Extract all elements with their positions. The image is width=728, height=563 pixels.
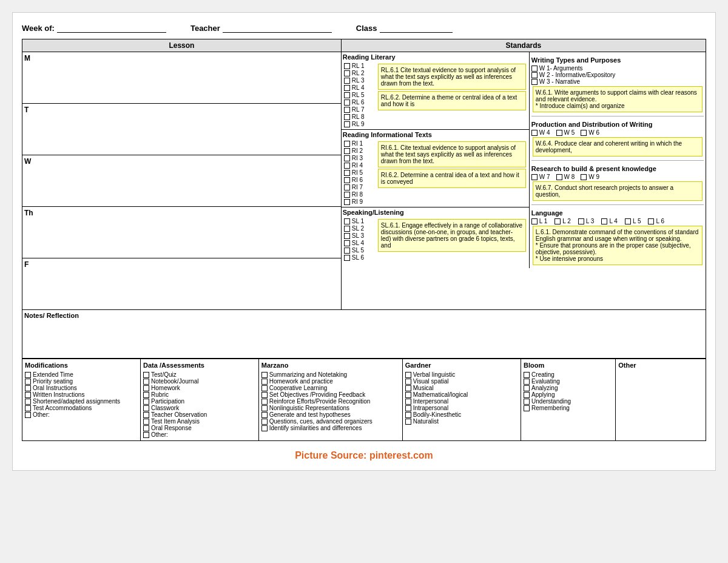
da-to-cb[interactable] <box>143 412 149 418</box>
rl3-item: RL 3 <box>344 77 375 84</box>
w5-cb[interactable] <box>556 130 562 136</box>
sl5-cb[interactable] <box>344 248 350 254</box>
mz-nl-cb[interactable] <box>261 405 268 411</box>
w2-cb[interactable] <box>531 72 538 78</box>
w9-cb[interactable] <box>581 174 587 180</box>
sl6-cb[interactable] <box>344 255 350 261</box>
rl8-item: RL 8 <box>344 113 375 120</box>
sl1-cb[interactable] <box>344 218 350 224</box>
rl1-cb[interactable] <box>344 63 350 69</box>
ri2-cb[interactable] <box>344 148 350 154</box>
ri9-cb[interactable] <box>344 199 350 205</box>
mz-gh-cb[interactable] <box>261 412 268 418</box>
w3-cb[interactable] <box>531 79 538 85</box>
sl3-cb[interactable] <box>344 233 350 239</box>
rl-checkboxes: RL 1 RL 2 RL 3 RL 4 RL 5 RL 6 RL 7 RL 8 <box>343 62 376 128</box>
rl2-cb[interactable] <box>344 70 350 76</box>
sl1-item: SL 1 <box>344 218 375 224</box>
mod-wi-label: Written Instructions <box>33 391 84 398</box>
mz-is-cb[interactable] <box>261 425 268 431</box>
gd-na-cb[interactable] <box>405 419 411 425</box>
teacher-field: Teacher <box>190 22 332 33</box>
ri8-cb[interactable] <box>344 192 350 198</box>
da-tia-cb[interactable] <box>143 419 149 425</box>
w8-cb[interactable] <box>556 174 562 180</box>
w1-cb[interactable] <box>531 66 538 72</box>
day-label-t: T <box>24 106 29 114</box>
da-cw-cb[interactable] <box>143 405 149 411</box>
ri6-cb[interactable] <box>344 177 350 183</box>
mz-sn-cb[interactable] <box>261 372 268 378</box>
rl9-cb[interactable] <box>344 121 350 127</box>
mz-qc-cb[interactable] <box>261 419 268 425</box>
gd-bk-cb[interactable] <box>405 412 411 418</box>
da-pa-cb[interactable] <box>143 399 149 405</box>
l2-cb[interactable] <box>554 218 561 224</box>
w6-cb[interactable] <box>581 130 587 136</box>
l3-cb[interactable] <box>578 218 584 224</box>
main-table: Lesson Standards M <box>22 39 706 359</box>
day-label-m: M <box>24 54 30 62</box>
gd-mu-label: Musical <box>413 385 434 391</box>
mod-wi-cb[interactable] <box>25 392 31 398</box>
rl8-cb[interactable] <box>344 114 350 120</box>
bl-ap-cb[interactable] <box>524 392 530 398</box>
mz-re: Reinforce Efforts/Provide Recognition <box>261 398 400 405</box>
bl-cr-cb[interactable] <box>524 372 530 378</box>
gd-ml-cb[interactable] <box>405 392 411 398</box>
ri1-cb[interactable] <box>344 141 350 147</box>
rl7-cb[interactable] <box>344 107 350 113</box>
da-tq-cb[interactable] <box>143 372 149 378</box>
mod-et-cb[interactable] <box>25 372 31 378</box>
production-checkboxes: W 4 W 5 W 6 <box>531 129 704 136</box>
mod-ta-cb[interactable] <box>25 405 31 411</box>
gd-vl-cb[interactable] <box>405 372 411 378</box>
sl2-cb[interactable] <box>344 226 350 232</box>
mz-re-cb[interactable] <box>261 399 268 405</box>
ri5-item: RI 5 <box>344 169 375 176</box>
class-input[interactable] <box>380 22 453 33</box>
bl-ev-cb[interactable] <box>524 379 530 385</box>
da-or-cb[interactable] <box>143 425 149 431</box>
mz-hp-cb[interactable] <box>261 379 268 385</box>
bl-re-cb[interactable] <box>524 405 530 411</box>
sl6-label: SL 6 <box>352 254 364 261</box>
l1-cb[interactable] <box>531 218 538 224</box>
l5-cb[interactable] <box>625 218 631 224</box>
da-nj-cb[interactable] <box>143 379 149 385</box>
da-hw-cb[interactable] <box>143 385 149 391</box>
ri7-cb[interactable] <box>344 184 350 190</box>
rl4-cb[interactable] <box>344 85 350 91</box>
rl3-cb[interactable] <box>344 78 350 84</box>
w7-cb[interactable] <box>531 174 538 180</box>
gd-ip-cb[interactable] <box>405 399 411 405</box>
da-oth-cb[interactable] <box>143 432 149 438</box>
mod-sa-cb[interactable] <box>25 399 31 405</box>
mz-cl-cb[interactable] <box>261 385 268 391</box>
sl4-cb[interactable] <box>344 240 350 246</box>
gd-ia-cb[interactable] <box>405 405 411 411</box>
ri5-cb[interactable] <box>344 170 350 176</box>
rl5-cb[interactable] <box>344 92 350 98</box>
mod-other-cb[interactable] <box>25 412 31 418</box>
bl-an-cb[interactable] <box>524 385 530 391</box>
da-rb-cb[interactable] <box>143 392 149 398</box>
l6-cb[interactable] <box>648 218 654 224</box>
mod-oi-cb[interactable] <box>25 385 31 391</box>
ri4-cb[interactable] <box>344 163 350 169</box>
l4-cb[interactable] <box>601 218 607 224</box>
da-tq: Test/Quiz <box>143 371 256 378</box>
rl6-cb[interactable] <box>344 99 350 106</box>
teacher-input[interactable] <box>223 22 332 33</box>
week-of-input[interactable] <box>57 22 166 33</box>
ri3-cb[interactable] <box>344 155 350 161</box>
w4-cb[interactable] <box>531 130 538 136</box>
gd-mu-cb[interactable] <box>405 385 411 391</box>
w8-item: W 8 <box>556 174 575 180</box>
gd-vs-cb[interactable] <box>405 379 411 385</box>
da-hw: Homework <box>143 385 256 391</box>
mz-so-cb[interactable] <box>261 392 268 398</box>
mod-other-label: Other: <box>33 411 50 418</box>
mod-ps-cb[interactable] <box>25 379 31 385</box>
bl-un-cb[interactable] <box>524 399 530 405</box>
